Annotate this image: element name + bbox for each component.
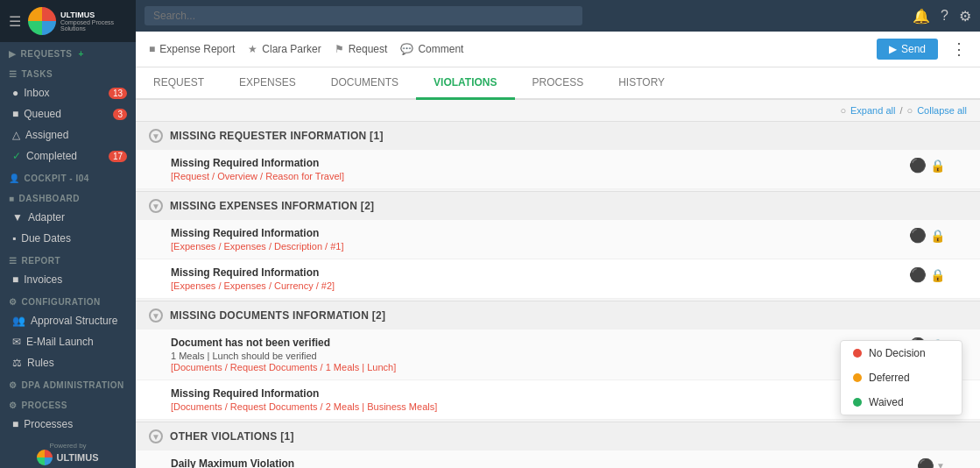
sidebar-item-processes[interactable]: ■ Processes — [0, 414, 136, 435]
help-icon[interactable]: ? — [941, 8, 948, 25]
dropdown-item-waived[interactable]: Waived — [841, 390, 962, 415]
user-item: ★ Clara Parker — [248, 43, 321, 55]
main-content: 🔔 ? ⚙ ■ Expense Report ★ Clara Parker ⚑ … — [136, 0, 980, 468]
comment-icon: 💬 — [400, 43, 413, 55]
violation-row-expenses-1: Missing Required Information [Expenses /… — [136, 220, 980, 259]
expense-report-label: Expense Report — [159, 43, 235, 55]
violation-path-docs-1: [Documents / Request Documents / 1 Meals… — [171, 362, 909, 372]
block-icon-expenses-2[interactable]: ⚫ — [909, 266, 927, 283]
dashboard-icon: ■ — [9, 194, 15, 203]
notification-icon[interactable]: 🔔 — [913, 8, 930, 25]
lock-icon-requester-1[interactable]: 🔒 — [930, 159, 945, 173]
section-missing-expenses: ▼ MISSING EXPENSES INFORMATION [2] Missi… — [136, 191, 980, 299]
tab-documents[interactable]: DOCUMENTS — [314, 67, 416, 100]
content-header: ■ Expense Report ★ Clara Parker ⚑ Reques… — [136, 32, 980, 67]
violation-row-requester-1: Missing Required Information [Request / … — [136, 150, 980, 189]
sidebar-item-assigned[interactable]: △ Assigned — [0, 124, 136, 145]
report-icon: ☰ — [9, 256, 18, 266]
cockpit-icon: 👤 — [9, 174, 20, 183]
violations-content: ○ Expand all / ○ Collapse all ▼ MISSING … — [136, 100, 980, 468]
inbox-badge: 13 — [109, 88, 127, 99]
hamburger-icon[interactable]: ☰ — [9, 13, 21, 30]
violation-subtitle-docs-1: 1 Meals | Lunch should be verified — [171, 351, 909, 361]
adapter-icon: ▼ — [12, 211, 23, 223]
sidebar-item-rules[interactable]: ⚖ Rules — [0, 352, 136, 373]
search-input[interactable] — [145, 6, 582, 25]
sidebar-section-tasks: ☰ TASKS — [0, 62, 136, 82]
block-icon-expenses-1[interactable]: ⚫ — [909, 227, 927, 244]
sidebar-item-invoices[interactable]: ■ Invoices — [0, 269, 136, 290]
violation-info-requester-1: Missing Required Information [Request / … — [171, 157, 909, 181]
collapse-all-link[interactable]: Collapse all — [917, 105, 967, 116]
lock-icon-expenses-2[interactable]: 🔒 — [930, 268, 945, 282]
violation-actions-requester-1: ⚫ 🔒 — [909, 157, 945, 174]
dropdown-item-deferred[interactable]: Deferred — [841, 365, 962, 390]
requests-add-icon[interactable]: + — [79, 49, 84, 59]
tab-request[interactable]: REQUEST — [136, 67, 222, 100]
due-dates-icon: ▪ — [12, 232, 16, 245]
sidebar-item-adapter[interactable]: ▼ Adapter — [0, 207, 136, 228]
sidebar-item-due-dates[interactable]: ▪ Due Dates — [0, 228, 136, 249]
app-logo: ULTIMUS Composed Process Solutions — [28, 7, 127, 35]
sidebar-section-dashboard: ■ DASHBOARD — [0, 187, 136, 207]
violation-info-other-1: Daily Maximum Violation Expense Exceeds … — [171, 457, 917, 468]
tasks-icon: ☰ — [9, 69, 18, 79]
sidebar-item-completed[interactable]: ✓ Completed 17 — [0, 145, 136, 167]
section-header-missing-requester[interactable]: ▼ MISSING REQUESTER INFORMATION [1] — [136, 121, 980, 150]
collapse-icon-other: ▼ — [149, 429, 163, 443]
app-name: ULTIMUS — [60, 11, 127, 20]
block-icon-requester-1[interactable]: ⚫ — [909, 157, 927, 174]
dropdown-item-no-decision[interactable]: No Decision — [841, 341, 962, 365]
tab-expenses[interactable]: EXPENSES — [222, 67, 314, 100]
tab-process[interactable]: PROCESS — [515, 67, 602, 100]
tab-violations[interactable]: VIOLATIONS — [416, 67, 514, 100]
sidebar-section-report: ☰ REPORT — [0, 249, 136, 269]
section-title-expenses: MISSING EXPENSES INFORMATION [2] — [170, 200, 374, 212]
section-other-violations: ▼ OTHER VIOLATIONS [1] Daily Maximum Vio… — [136, 422, 980, 468]
violation-actions-other-1: ⚫▼ — [917, 457, 945, 468]
violation-title-docs-1: Document has not been verified — [171, 337, 909, 349]
violation-path-expenses-1: [Expenses / Expenses / Description / #1] — [171, 241, 909, 252]
process-section-icon: ⚙ — [9, 401, 18, 410]
section-header-other-violations[interactable]: ▼ OTHER VIOLATIONS [1] — [136, 422, 980, 450]
violation-title-docs-2: Missing Required Information — [171, 387, 909, 400]
violation-info-docs-1: Document has not been verified 1 Meals |… — [171, 337, 909, 372]
violation-path-requester-1: [Request / Overview / Reason for Travel] — [171, 171, 909, 181]
sidebar-item-inbox[interactable]: ● Inbox 13 — [0, 82, 136, 103]
collapse-icon-documents: ▼ — [149, 308, 163, 323]
violation-path-docs-2: [Documents / Request Documents / 2 Meals… — [171, 401, 909, 412]
email-icon: ✉ — [12, 336, 21, 348]
collapse-icon-requester: ▼ — [149, 129, 163, 143]
waived-dot — [853, 398, 862, 407]
sidebar-item-email-launch[interactable]: ✉ E-Mail Launch — [0, 331, 136, 352]
expand-all-link[interactable]: Expand all — [850, 105, 895, 116]
sidebar-item-approval-structure[interactable]: 👥 Approval Structure — [0, 310, 136, 331]
collapse-icon-expenses: ▼ — [149, 199, 163, 213]
rules-icon: ⚖ — [12, 357, 22, 369]
tab-history[interactable]: HISTORY — [601, 67, 682, 100]
violation-actions-expenses-2: ⚫ 🔒 — [909, 266, 945, 283]
comment-item: 💬 Comment — [400, 43, 463, 55]
send-button[interactable]: ▶ Send — [877, 39, 938, 60]
violation-title-expenses-1: Missing Required Information — [171, 227, 909, 239]
violation-row-expenses-2: Missing Required Information [Expenses /… — [136, 259, 980, 299]
violation-title-other-1: Daily Maximum Violation — [171, 457, 917, 468]
requests-icon: ▶ — [9, 49, 17, 59]
dropdown-trigger-icon[interactable]: ⚫▼ — [917, 457, 945, 468]
deferred-dot — [853, 373, 862, 382]
violation-title-expenses-2: Missing Required Information — [171, 266, 909, 279]
violation-info-docs-2: Missing Required Information [Documents … — [171, 387, 909, 412]
more-options-button[interactable]: ⋮ — [951, 39, 967, 59]
lock-icon-expenses-1[interactable]: 🔒 — [930, 229, 945, 243]
topbar: 🔔 ? ⚙ — [136, 0, 980, 32]
deferred-label: Deferred — [869, 372, 910, 384]
sidebar-item-queued[interactable]: ■ Queued 3 — [0, 103, 136, 124]
settings-icon[interactable]: ⚙ — [959, 8, 971, 25]
section-header-missing-expenses[interactable]: ▼ MISSING EXPENSES INFORMATION [2] — [136, 191, 980, 220]
section-title-other: OTHER VIOLATIONS [1] — [170, 430, 294, 443]
no-decision-label: No Decision — [869, 347, 926, 359]
sidebar-section-cockpit: 👤 COCKPIT - I04 — [0, 167, 136, 187]
waived-label: Waived — [869, 396, 904, 408]
app-subtitle: Composed Process Solutions — [60, 19, 127, 32]
section-header-missing-documents[interactable]: ▼ MISSING DOCUMENTS INFORMATION [2] — [136, 301, 980, 330]
